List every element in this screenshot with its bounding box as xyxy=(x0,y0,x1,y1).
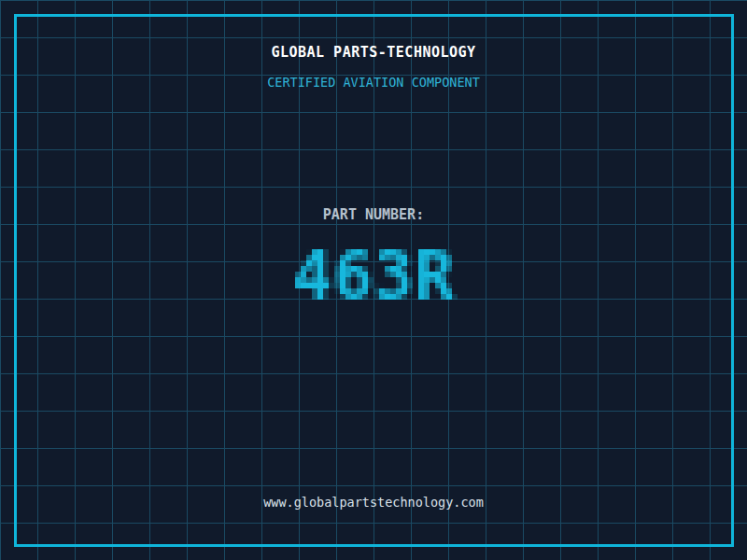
part-number-value xyxy=(278,238,469,316)
blueprint-label-screen: GLOBAL PARTS-TECHNOLOGY CERTIFIED AVIATI… xyxy=(0,0,747,560)
brand-subtitle: CERTIFIED AVIATION COMPONENT xyxy=(0,75,747,90)
part-number-label: PART NUMBER: xyxy=(0,206,747,223)
website-url: www.globalpartstechnology.com xyxy=(0,495,747,510)
brand-title: GLOBAL PARTS-TECHNOLOGY xyxy=(0,44,747,61)
